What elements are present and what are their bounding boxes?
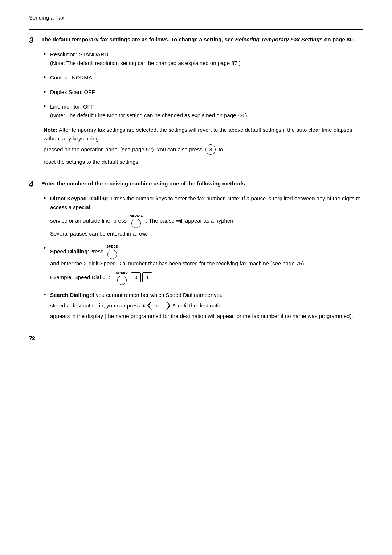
or-text: or: [156, 301, 161, 310]
note-text: After temporary fax settings are selecte…: [44, 127, 352, 142]
nav-z-btn: Z: [143, 301, 154, 310]
reset-to: to: [219, 145, 223, 154]
search-dialling-text4: appears in the display (the name program…: [50, 312, 353, 321]
top-divider: [29, 29, 363, 30]
a-subscript: A: [173, 303, 175, 309]
step3-note: Note: After temporary fax settings are s…: [44, 126, 363, 143]
speed-button: SPEED: [106, 244, 118, 259]
note-bold-label: Note:: [44, 127, 57, 133]
left-chevron-icon: [145, 301, 154, 310]
bullet-linemonitor-note: (Note: The default Line Monitor setting …: [50, 112, 247, 118]
reset-line: pressed on the operation panel (see page…: [44, 144, 363, 155]
page-number: 72: [29, 335, 35, 341]
right-chevron-icon: [163, 301, 173, 310]
several-pauses-text: Several pauses can be entered in a row.: [50, 229, 363, 238]
step4-number: 4: [29, 180, 41, 189]
example-speed-button: SPEED: [116, 270, 128, 285]
page-footer: 72: [29, 335, 363, 341]
step3-title: The default temporary fax settings are a…: [41, 36, 354, 42]
step4-block: 4 Enter the number of the receiving mach…: [29, 173, 363, 321]
bullet-direct-keypad: • Direct Keypad Dialling: Press the numb…: [44, 194, 363, 238]
page-header: Sending a Fax: [29, 15, 363, 21]
bullet-linemonitor: • Line monitor: OFF (Note: The default L…: [44, 102, 363, 120]
stored-destination-text: stored a destination in, you can press: [50, 301, 140, 310]
service-text: service or an outside line, press: [50, 216, 127, 225]
speed-dial-example: Example: Speed Dial 01: SPEED 0 1: [50, 270, 363, 285]
speed-circle: [107, 250, 117, 259]
bullet-contast: • Contast: NORMAL: [44, 73, 363, 82]
bullet-duplex: • Duplex Scan: OFF: [44, 88, 363, 97]
speed-label: SPEED: [106, 244, 118, 249]
redial-label: REDIAL: [130, 213, 143, 218]
bullet-contast-text: Contast: NORMAL: [50, 74, 95, 81]
example-label: Example: Speed Dial 01:: [50, 273, 110, 282]
step3-block: 3 The default temporary fax settings are…: [29, 36, 363, 173]
bullet-duplex-text: Duplex Scan: OFF: [50, 89, 95, 95]
pause-text: . The pause will appear as a hyphen.: [146, 216, 235, 225]
example-key-0: 0: [131, 272, 141, 282]
search-dialling-text1: If you cannot remember which Speed Dial …: [91, 291, 222, 299]
redial-button: REDIAL: [130, 213, 143, 228]
bullet-resolution: • Resolution: STANDARD (Note: The defaul…: [44, 50, 363, 68]
redial-circle: [131, 219, 141, 228]
header-title: Sending a Fax: [29, 15, 64, 21]
search-nav-line: stored a destination in, you can press Z…: [50, 301, 353, 310]
bullet-resolution-text: Resolution: STANDARD: [50, 51, 109, 57]
speed-dialling-press: Press: [89, 247, 103, 256]
reset-line3: reset the settings to the default settin…: [44, 158, 363, 166]
until-destination-text: until the destination: [178, 301, 225, 310]
speed-dialling-text2: and enter the 2-digit Speed Dial number …: [50, 259, 306, 268]
bullet-speed-dialling: • Speed Dialling: Press SPEED and enter …: [44, 244, 363, 285]
example-key-1: 1: [142, 272, 152, 282]
step3-number: 3: [29, 36, 41, 45]
reset-icon: ⊙: [205, 144, 216, 155]
bullet-search-dialling: • Search Dialling: If you cannot remembe…: [44, 291, 363, 321]
redial-line: service or an outside line, press REDIAL…: [50, 213, 363, 228]
step4-header: 4 Enter the number of the receiving mach…: [29, 180, 363, 189]
step3-header: 3 The default temporary fax settings are…: [29, 36, 363, 45]
example-speed-circle: [117, 276, 127, 285]
nav-a-btn: A: [163, 301, 175, 310]
example-speed-label: SPEED: [116, 270, 128, 275]
step4-title: Enter the number of the receiving machin…: [41, 180, 247, 187]
bullet-linemonitor-text: Line monitor: OFF: [50, 103, 94, 110]
reset-text1: pressed on the operation panel (see page…: [44, 145, 203, 154]
search-dialling-label: Search Dialling:: [50, 291, 91, 299]
direct-keypad-label: Direct Keypad Dialling:: [50, 195, 110, 201]
bullet-resolution-note: (Note: The default resolution setting ca…: [50, 60, 241, 66]
speed-dialling-label: Speed Dialling:: [50, 247, 89, 256]
